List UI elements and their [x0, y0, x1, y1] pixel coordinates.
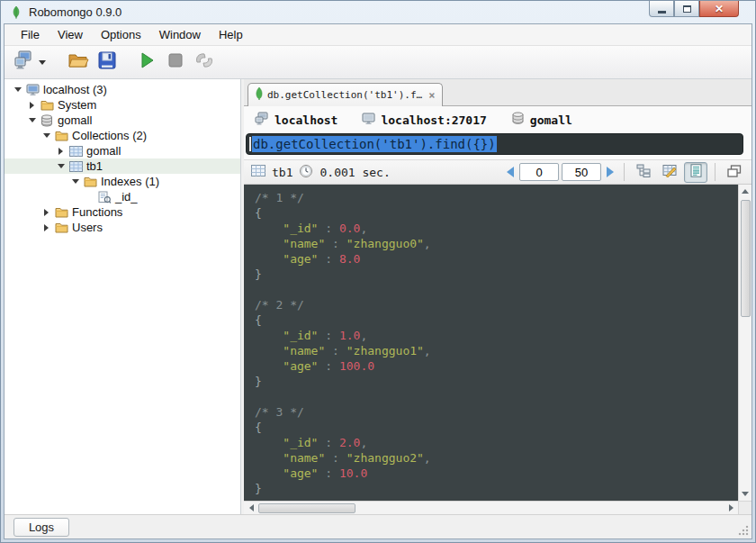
- editor-area: db.getCollection('tb1').find({}): [244, 133, 752, 159]
- json-field: "_id" : 1.0,: [255, 328, 738, 343]
- collapse-arrow-icon[interactable]: [55, 160, 67, 172]
- result-document: /* 1 */{ "_id" : 0.0, "name" : "zhangguo…: [255, 190, 738, 282]
- explorer-tree: localhost (3)SystemgomallCollections (2)…: [4, 79, 241, 514]
- tree-spacer: [84, 191, 95, 203]
- breadcrumb-database[interactable]: gomall: [511, 112, 572, 128]
- text-mode-button[interactable]: [684, 162, 707, 183]
- breadcrumb-connection-label: localhost: [274, 113, 338, 127]
- open-brace: {: [255, 205, 738, 221]
- tree-item-id[interactable]: _id_: [4, 189, 240, 204]
- down-arrow-icon: [742, 492, 749, 496]
- json-field: "age" : 10.0: [255, 466, 738, 481]
- batch-size-input[interactable]: [562, 163, 601, 181]
- expand-arrow-icon[interactable]: [40, 206, 52, 218]
- tree-item-system[interactable]: System: [4, 97, 240, 113]
- menu-item-window[interactable]: Window: [150, 25, 210, 44]
- json-field: "age" : 100.0: [255, 358, 738, 374]
- document-gap: [255, 282, 738, 297]
- logs-button[interactable]: Logs: [14, 518, 69, 537]
- maximize-button[interactable]: [674, 1, 699, 17]
- folder-icon: [54, 221, 68, 234]
- tree-item-functions[interactable]: Functions: [4, 204, 240, 220]
- open-brace: {: [255, 420, 738, 435]
- collapse-arrow-icon[interactable]: [12, 84, 23, 95]
- tree-item-tb1[interactable]: tb1: [4, 158, 240, 174]
- results-collection-name: tb1: [272, 166, 292, 179]
- collapse-arrow-icon[interactable]: [26, 114, 38, 126]
- tree-item-indexes-1[interactable]: Indexes (1): [4, 174, 240, 189]
- results-wrap: /* 1 */{ "_id" : 0.0, "name" : "zhangguo…: [244, 185, 752, 501]
- page-forward-button[interactable]: [604, 164, 616, 180]
- expand-arrow-icon[interactable]: [26, 99, 38, 111]
- horizontal-scroll-thumb[interactable]: [258, 503, 356, 513]
- connections-dropdown-arrow[interactable]: [39, 60, 46, 65]
- window-title: Robomongo 0.9.0: [29, 5, 122, 19]
- resize-grip[interactable]: [737, 524, 749, 536]
- tree-item-label: Functions: [72, 205, 122, 219]
- results-toolbar: tb1 0.001 sec.: [244, 159, 752, 185]
- open-folder-icon: [68, 50, 89, 74]
- vertical-scroll-thumb[interactable]: [741, 200, 751, 317]
- folder-icon: [54, 129, 68, 142]
- expand-arrow-icon[interactable]: [40, 222, 52, 233]
- tree-item-label: System: [58, 98, 96, 112]
- breadcrumb-server[interactable]: localhost:27017: [362, 113, 486, 128]
- open-button[interactable]: [66, 50, 91, 75]
- json-field: "name" : "zhangguo2",: [255, 450, 738, 466]
- tree-item-users[interactable]: Users: [4, 220, 240, 235]
- tab-close-button[interactable]: ×: [428, 89, 435, 102]
- breadcrumb-connection[interactable]: localhost: [255, 112, 338, 128]
- scrollbar-corner: [738, 502, 752, 515]
- query-editor[interactable]: db.getCollection('tb1').find({}): [246, 133, 743, 155]
- folder-icon: [54, 205, 68, 219]
- tree-item-gomall[interactable]: gomall: [4, 143, 240, 158]
- table-mode-button[interactable]: [658, 162, 681, 183]
- orientation-button[interactable]: [192, 50, 217, 75]
- execute-button[interactable]: [134, 50, 159, 75]
- save-button[interactable]: [94, 50, 120, 75]
- breadcrumb-server-label: localhost:27017: [381, 113, 486, 127]
- json-field: "name" : "zhangguo1",: [255, 343, 738, 358]
- minimize-button[interactable]: [649, 1, 674, 17]
- scroll-down-button[interactable]: [739, 487, 752, 501]
- tab-title: db.getCollection('tb1').f…: [267, 89, 422, 101]
- skip-input[interactable]: [519, 163, 559, 181]
- connections-icon: [14, 50, 35, 75]
- query-text[interactable]: db.getCollection('tb1').find({}): [252, 136, 497, 152]
- menu-bar: FileViewOptionsWindowHelp: [4, 24, 752, 46]
- window-controls: ✕: [649, 1, 739, 17]
- stop-button[interactable]: [163, 50, 188, 75]
- tree-mode-button[interactable]: [632, 162, 655, 183]
- menu-item-help[interactable]: Help: [210, 25, 252, 44]
- tree-item-collections-2[interactable]: Collections (2): [4, 128, 240, 143]
- status-bar: Logs: [4, 514, 752, 538]
- scroll-left-button[interactable]: [244, 502, 258, 515]
- results-vertical-scrollbar[interactable]: [738, 185, 752, 501]
- tree-item-label: gomall: [86, 144, 121, 158]
- close-button[interactable]: ✕: [699, 1, 739, 17]
- menu-item-options[interactable]: Options: [92, 25, 150, 44]
- query-tab[interactable]: db.getCollection('tb1').f… ×: [248, 83, 443, 106]
- results-horizontal-scrollbar[interactable]: [244, 501, 752, 514]
- tree-item-localhost-3[interactable]: localhost (3): [4, 82, 240, 97]
- collapse-arrow-icon[interactable]: [69, 176, 81, 187]
- menu-item-view[interactable]: View: [49, 25, 92, 44]
- menu-item-file[interactable]: File: [12, 25, 49, 44]
- json-field: "_id" : 0.0,: [255, 221, 738, 236]
- text-caret: [249, 137, 251, 151]
- scroll-up-button[interactable]: [739, 185, 752, 198]
- stop-icon: [167, 52, 184, 72]
- json-field: "_id" : 2.0,: [255, 435, 738, 450]
- page-back-button[interactable]: [504, 164, 517, 180]
- collapse-arrow-icon[interactable]: [40, 130, 52, 141]
- expand-arrow-icon[interactable]: [55, 145, 67, 157]
- left-arrow-icon: [249, 504, 254, 511]
- tree-item-gomall[interactable]: gomall: [4, 113, 240, 128]
- connections-button[interactable]: [12, 50, 37, 75]
- maximize-results-button[interactable]: [723, 162, 746, 183]
- scroll-right-button[interactable]: [724, 502, 738, 515]
- main-area: localhost (3)SystemgomallCollections (2)…: [4, 79, 752, 514]
- tree-item-label: gomall: [58, 113, 92, 127]
- server-icon: [25, 83, 40, 96]
- results-panel: /* 1 */{ "_id" : 0.0, "name" : "zhangguo…: [244, 185, 738, 501]
